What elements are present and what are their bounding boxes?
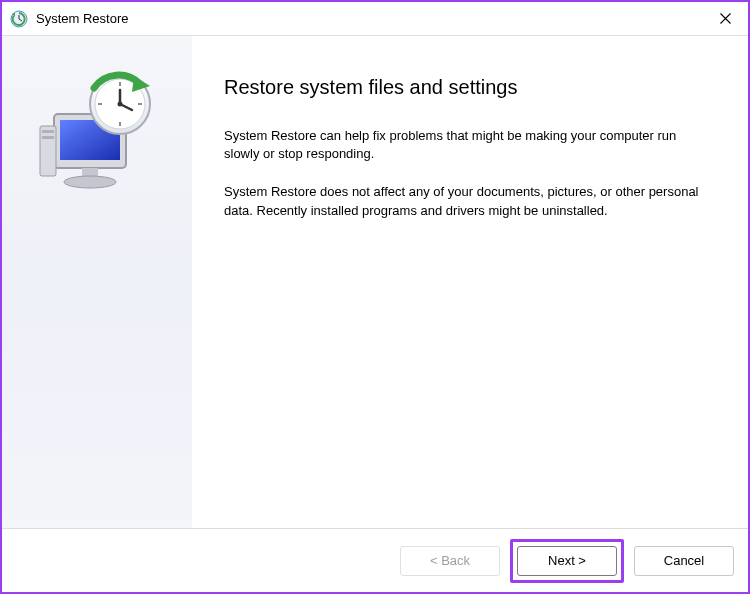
window-title: System Restore xyxy=(36,11,702,26)
system-restore-icon xyxy=(10,10,28,28)
svg-rect-11 xyxy=(40,126,56,176)
svg-rect-13 xyxy=(42,136,54,139)
close-button[interactable] xyxy=(702,2,748,36)
system-restore-window: System Restore xyxy=(0,0,750,594)
description-paragraph-2: System Restore does not affect any of yo… xyxy=(224,183,712,219)
body-area: Restore system files and settings System… xyxy=(2,36,748,528)
restore-hero-icon xyxy=(32,66,162,196)
wizard-content: Restore system files and settings System… xyxy=(192,36,748,528)
next-button[interactable]: Next > xyxy=(517,546,617,576)
page-heading: Restore system files and settings xyxy=(224,76,712,99)
description-paragraph-1: System Restore can help fix problems tha… xyxy=(224,127,712,163)
svg-point-22 xyxy=(118,102,123,107)
wizard-footer: < Back Next > Cancel xyxy=(2,528,748,592)
svg-rect-12 xyxy=(42,130,54,133)
wizard-sidebar xyxy=(2,36,192,528)
back-button: < Back xyxy=(400,546,500,576)
titlebar: System Restore xyxy=(2,2,748,36)
next-button-highlight: Next > xyxy=(510,539,624,583)
svg-point-10 xyxy=(64,176,116,188)
cancel-button[interactable]: Cancel xyxy=(634,546,734,576)
